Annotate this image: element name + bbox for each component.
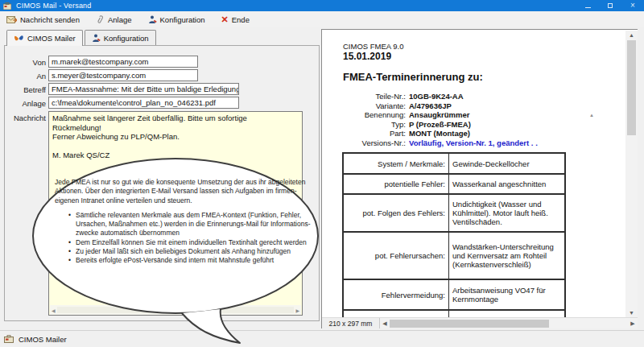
to-input[interactable]: s.meyer@testcompany.com [48,69,198,81]
scrollbar-thumb[interactable] [390,320,549,328]
meta-value: A/479636JP [409,101,452,111]
scroll-down-icon[interactable]: ▼ [629,310,634,316]
statusbar-text: CIMOS Mailer [19,335,67,344]
close-button[interactable]: × [621,0,644,11]
message-label: Nachricht [4,114,46,122]
close-icon: × [630,2,635,10]
doc-app-version: CIMOS FMEA 9.0 [343,42,404,51]
meta-value: Ansaugkrümmer [409,110,470,120]
tab-cimos-mailer-label: CIMOS Mailer [27,34,76,43]
table-row-label: potentielle Fehler: [344,175,449,193]
meta-version-value: Vorläufig, Version-Nr. 1, geändert . . [409,138,538,148]
scroll-up-icon[interactable]: ▲ [629,32,634,38]
table-row-value: Meßschieber, [449,311,564,317]
exit-label: Ende [232,15,250,24]
preview-vertical-scrollbar[interactable]: ▲ ▼ [625,31,638,317]
table-row: System / Merkmale:Gewinde-Deckellöcher [344,154,564,173]
exit-button[interactable]: ✕ Ende [218,14,253,26]
meta-label: Typ: [322,120,406,130]
table-row-value: Undichtigkeit (Wasser und Kühlmittel). M… [449,195,564,231]
fmea-table: System / Merkmale:Gewinde-Deckellöcher p… [342,152,566,317]
bubble-bullet: Dem Einzelfall können Sie mit einem indi… [76,238,312,247]
butterfly-logo-icon [14,34,24,43]
scroll-up-icon[interactable]: ▲ [589,113,594,118]
send-message-label: Nachricht senden [20,15,80,24]
scroll-right-icon[interactable]: ▶ [295,308,299,313]
tab-konfiguration[interactable]: Konfiguration [85,30,156,45]
attachment-label: Anlage [108,15,132,24]
bubble-bullet: Sämtliche relevanten Merkmale aus dem FM… [76,211,312,238]
preview-horizontal-scrollbar[interactable]: 210 x 297 mm ◀ ▶ [322,317,638,328]
minimize-icon [585,7,591,8]
scroll-left-icon[interactable]: ◀ [52,308,56,313]
table-row-value: Gewinde-Deckellöcher [449,154,564,173]
page-size-indicator: 210 x 297 mm [322,318,380,328]
table-row-label: Fehlerentdeckung: [344,311,449,317]
send-message-button[interactable]: Nachricht senden [3,14,83,26]
bubble-paragraph: Jede FMEA ist nur so gut wie die konsequ… [55,178,312,205]
red-x-icon: ✕ [221,15,229,23]
from-label: Von [4,58,46,67]
bubble-bullet: Zu jeder Mail läßt sich ein beliebiges D… [76,247,312,256]
user-config-icon [92,34,101,43]
meta-value: MONT (Montage) [409,129,470,138]
attachment-field-label: Anlage [4,99,46,108]
toolbar: Nachricht senden Anlage Konfiguration ✕ … [0,11,644,27]
document-preview-pane: CIMOS FMEA 9.0 15.01.2019 FMEA-Termineri… [321,29,638,328]
table-row-label: Fehlervermeidung: [344,280,449,309]
table-row-label: System / Merkmale: [344,154,449,173]
from-input[interactable]: m.marek@testcompany.com [48,56,198,68]
doc-date: 15.01.2019 [343,51,391,62]
bubble-text: Jede FMEA ist nur so gut wie die konsequ… [52,178,312,266]
statusbar: CIMOS Mailer [0,330,644,347]
scroll-right-icon[interactable]: ▶ [628,320,638,327]
to-label: An [4,72,46,81]
doc-meta-block: Teile-Nr.:10GB-9K24-AA Variante:A/479636… [322,92,538,148]
table-row: potentielle Fehler:Wasserkanal angeschni… [344,173,564,193]
titlebar: CIMOS Mail - Versand × [0,0,644,11]
app-icon [3,2,11,10]
doc-heading: FMEA-Terminerinnerung zu: [343,71,483,83]
meta-label: Benennung: [322,110,406,120]
table-row-value: Wandstärken-Unterschreitung und Kernvers… [449,233,564,279]
meta-label: Versions-Nr.: [322,138,406,148]
mailer-status-icon [4,335,14,343]
fmea-document: CIMOS FMEA 9.0 15.01.2019 FMEA-Termineri… [322,30,625,317]
table-row-value: Wasserkanal angeschnitten [449,175,564,193]
send-mail-icon [6,15,17,23]
subject-label: Betreff [4,85,46,94]
window-title: CIMOS Mail - Versand [16,2,92,10]
attachment-button[interactable]: Anlage [93,13,135,26]
tab-strip: CIMOS Mailer Konfiguration [6,30,158,45]
table-row: Fehlerentdeckung:Meßschieber, [344,309,564,317]
attachment-input[interactable]: c:\fmea\dokumente\control_plan_no_046231… [48,97,239,109]
table-row-label: pot. Fehlerursachen: [344,233,449,279]
meta-label: Variante: [322,101,406,111]
paperclip-icon [94,13,106,26]
meta-label: Teile-Nr.: [322,92,406,101]
user-config-icon [148,15,157,24]
configuration-label: Konfiguration [160,15,205,24]
maximize-icon [608,3,613,8]
bubble-bullet: Bereits erfolgte ePost-Versände sind int… [76,256,312,265]
message-horizontal-scrollbar[interactable]: ◀ ▶ [50,305,301,315]
tab-konfiguration-label: Konfiguration [104,34,149,43]
scrollbar-thumb[interactable] [627,40,636,135]
table-row: Fehlervermeidung:Arbeitsanweisung VO47 f… [344,279,564,309]
meta-value: P (Prozeß-FMEA) [409,120,471,130]
table-row: pot. Folgen des Fehlers:Undichtigkeit (W… [344,193,564,231]
table-row-value: Arbeitsanweisung VO47 für Kernmontage [449,280,564,309]
meta-label: Part: [322,129,406,138]
table-row: pot. Fehlerursachen:Wandstärken-Untersch… [344,231,564,279]
tab-cimos-mailer[interactable]: CIMOS Mailer [6,30,83,46]
scroll-left-icon[interactable]: ◀ [380,320,390,327]
maximize-button[interactable] [599,0,621,11]
meta-value: 10GB-9K24-AA [409,92,464,101]
minimize-button[interactable] [576,0,599,11]
subject-input[interactable]: FMEA-Massnahme: Mit der Bitte um baldige… [48,83,239,95]
scrollbar-track[interactable] [57,307,295,313]
configuration-button[interactable]: Konfiguration [145,14,208,26]
bubble-bullet-list: Sämtliche relevanten Merkmale aus dem FM… [52,211,312,266]
table-row-label: pot. Folgen des Fehlers: [344,195,449,231]
